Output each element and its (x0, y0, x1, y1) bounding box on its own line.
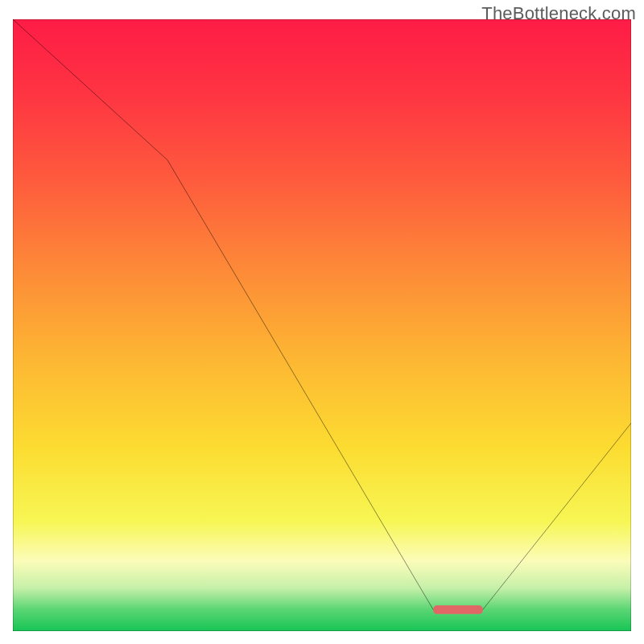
chart-highlight-marker (13, 19, 631, 631)
watermark-text: TheBottleneck.com (481, 3, 636, 24)
svg-rect-1 (433, 605, 482, 614)
chart-area (13, 19, 631, 631)
